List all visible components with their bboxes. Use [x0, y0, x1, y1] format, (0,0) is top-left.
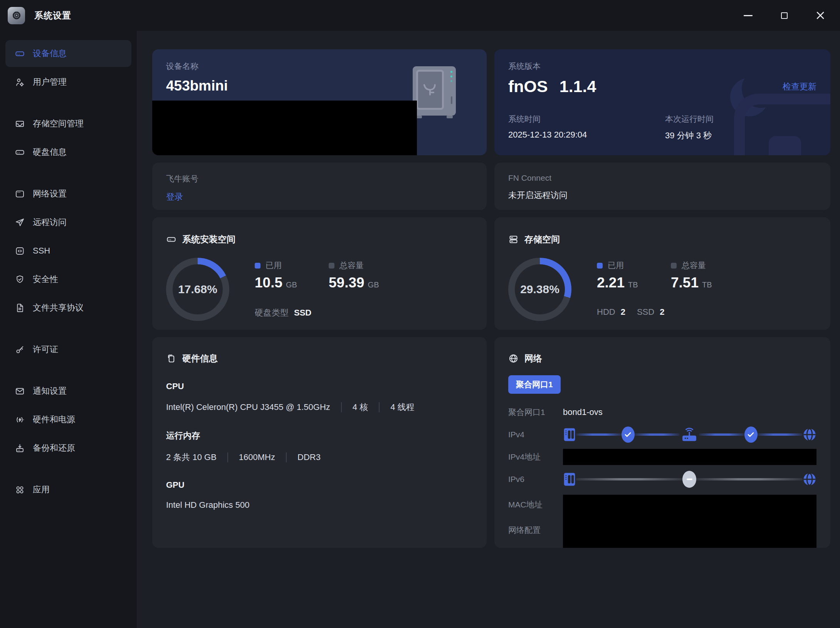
storage-tray-icon: [15, 119, 25, 129]
minimize-button[interactable]: [742, 10, 754, 21]
install-usage-percent: 17.68%: [173, 264, 223, 314]
disconnected-badge: [682, 471, 696, 488]
ram-size: 2 条共 10 GB: [166, 452, 217, 463]
network-card-title: 网络: [524, 353, 542, 364]
total-legend-swatch: [329, 263, 334, 269]
fn-account-label: 飞牛账号: [166, 173, 473, 184]
sidebar-item-remote-access[interactable]: 远程访问: [5, 209, 131, 236]
hardware-info-card: 硬件信息 CPU Intel(R) Celeron(R) CPU J3455 @…: [152, 337, 487, 548]
sidebar-item-label: 硬件和电源: [33, 414, 75, 425]
maximize-button[interactable]: [778, 10, 790, 21]
sidebar-item-label: 通知设置: [33, 385, 67, 397]
system-time-label: 系统时间: [508, 114, 665, 124]
device-drive-icon: [15, 49, 25, 59]
sidebar-item-file-sharing[interactable]: 文件共享协议: [5, 294, 131, 321]
divider: [379, 402, 380, 412]
sidebar-item-disk-info[interactable]: 硬盘信息: [5, 139, 131, 166]
ipv4-address-label: IPv4地址: [508, 452, 563, 462]
total-legend-label: 总容量: [682, 260, 706, 271]
sidebar-item-notifications[interactable]: 通知设置: [5, 378, 131, 405]
fn-connect-card: FN Connect 未开启远程访问: [494, 163, 830, 210]
sidebar-item-label: 硬盘信息: [33, 146, 67, 158]
ipv4-row: IPv4: [508, 422, 816, 447]
system-settings-window: 系统设置 设备信息 用户管理 存储空间管理 硬盘信息: [0, 0, 840, 628]
ssd-label: SSD: [637, 307, 654, 317]
system-time-value: 2025-12-13 20:29:04: [508, 130, 665, 140]
storage-card-title: 存储空间: [524, 233, 560, 245]
bond-port-label: 聚合网口1: [508, 407, 563, 418]
bond-port-tab[interactable]: 聚合网口1: [508, 375, 561, 394]
nas-device-illustration: [413, 66, 456, 116]
sidebar-item-label: 备份和还原: [33, 442, 75, 454]
sidebar-item-network-settings[interactable]: 网络设置: [5, 180, 131, 207]
hdd-label: HDD: [597, 307, 615, 317]
mac-address-label: MAC地址: [508, 495, 563, 510]
window-title: 系统设置: [34, 10, 71, 22]
storage-used-unit: TB: [628, 280, 638, 289]
sidebar-item-device-info[interactable]: 设备信息: [5, 40, 131, 67]
cpu-model: Intel(R) Celeron(R) CPU J3455 @ 1.50GHz: [166, 402, 330, 412]
storage-usage-percent: 29.38%: [515, 264, 565, 314]
divider: [227, 452, 228, 462]
ram-label: 运行内存: [166, 430, 473, 442]
backup-restore-icon: [15, 443, 25, 453]
redacted-device-info: [152, 101, 417, 155]
fn-account-card: 飞牛账号 登录: [152, 163, 487, 210]
ipv6-label: IPv6: [508, 475, 563, 484]
sidebar-item-label: 应用: [33, 484, 50, 495]
os-version: 1.1.4: [559, 77, 596, 96]
sidebar-item-hardware-power[interactable]: 硬件和电源: [5, 406, 131, 433]
ram-frequency: 1600MHz: [239, 452, 275, 462]
apps-icon: [15, 485, 25, 495]
install-used-unit: GB: [286, 280, 297, 289]
user-settings-icon: [15, 77, 25, 87]
sidebar-item-license[interactable]: 许可证: [5, 336, 131, 363]
mac-config-rows: MAC地址 网络配置: [508, 495, 816, 548]
sidebar-item-label: 安全性: [33, 274, 58, 285]
sidebar-item-storage-management[interactable]: 存储空间管理: [5, 110, 131, 137]
system-version-card: 系统版本 fnOS 1.1.4 检查更新 系统时间 2025-12-13 20:…: [494, 49, 830, 155]
sidebar-item-apps[interactable]: 应用: [5, 476, 131, 503]
ipv6-row: IPv6: [508, 467, 816, 492]
check-update-link[interactable]: 检查更新: [783, 81, 816, 92]
ipv4-connectivity-diagram: [563, 427, 816, 443]
used-legend-swatch: [255, 263, 260, 269]
network-config-label: 网络配置: [508, 525, 563, 536]
sidebar-item-label: 许可证: [33, 344, 58, 355]
gpu-model: Intel HD Graphics 500: [166, 500, 249, 510]
power-battery-icon: [15, 415, 25, 425]
fn-connect-label: FN Connect: [508, 173, 816, 183]
install-card-title: 系统安装空间: [182, 233, 235, 245]
internet-globe-icon: [803, 472, 816, 486]
login-link[interactable]: 登录: [166, 191, 183, 203]
router-icon: [681, 427, 697, 442]
storage-used-value: 2.21: [597, 275, 625, 291]
ipv4-label: IPv4: [508, 430, 563, 439]
hardware-card-title: 硬件信息: [182, 353, 218, 364]
globe-icon: [508, 353, 519, 364]
cpu-label: CPU: [166, 381, 473, 391]
sidebar-item-ssh[interactable]: SSH: [5, 237, 131, 264]
cpu-cores: 4 核: [353, 401, 368, 413]
sidebar-item-user-management[interactable]: 用户管理: [5, 69, 131, 96]
main-content: 设备名称 453bmini 系统版本 fnOS: [137, 31, 840, 628]
ipv4-address-row: IPv4地址: [508, 447, 816, 467]
redacted-ipv4-address: [563, 449, 816, 465]
gpu-label: GPU: [166, 480, 473, 490]
shield-check-icon: [15, 274, 25, 285]
key-icon: [15, 344, 25, 355]
cpu-threads: 4 线程: [390, 401, 414, 413]
divider: [286, 452, 287, 462]
ram-type: DDR3: [297, 452, 321, 462]
mail-icon: [15, 386, 25, 396]
titlebar: 系统设置: [0, 0, 840, 31]
sidebar-item-label: SSH: [33, 246, 50, 256]
terminal-code-icon: [15, 246, 25, 256]
close-button[interactable]: [815, 10, 826, 21]
sidebar-item-backup-restore[interactable]: 备份和还原: [5, 435, 131, 462]
ssd-count: 2: [660, 307, 664, 317]
install-total-unit: GB: [368, 280, 379, 289]
storage-total-value: 7.51: [671, 275, 699, 291]
uptime-value: 39 分钟 3 秒: [665, 130, 714, 141]
sidebar-item-security[interactable]: 安全性: [5, 266, 131, 293]
